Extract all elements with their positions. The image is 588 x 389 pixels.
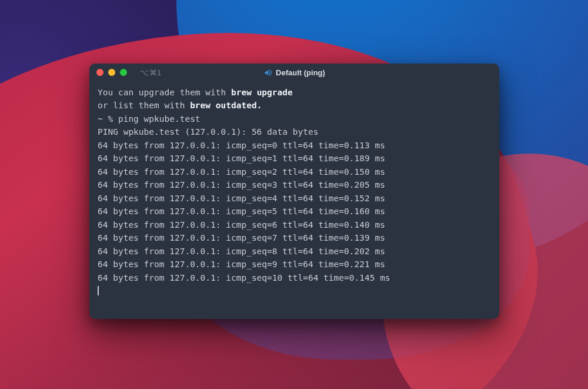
terminal-prompt: ~ % (98, 114, 118, 124)
terminal-line: 64 bytes from 127.0.0.1: icmp_seq=4 ttl=… (98, 192, 491, 205)
terminal-window[interactable]: ⌥⌘1 Default (ping) You can upgrade them … (89, 64, 499, 319)
terminal-line: 64 bytes from 127.0.0.1: icmp_seq=2 ttl=… (98, 165, 491, 178)
terminal-output[interactable]: You can upgrade them with brew upgradeor… (89, 81, 499, 319)
megaphone-icon (263, 68, 272, 77)
window-title-text: Default (ping) (276, 68, 325, 77)
terminal-line: 64 bytes from 127.0.0.1: icmp_seq=0 ttl=… (98, 139, 491, 152)
terminal-line: 64 bytes from 127.0.0.1: icmp_seq=8 ttl=… (98, 245, 491, 258)
window-titlebar[interactable]: ⌥⌘1 Default (ping) (89, 64, 499, 81)
close-button[interactable] (96, 69, 103, 76)
terminal-text: or list them with (98, 101, 190, 110)
terminal-line: 64 bytes from 127.0.0.1: icmp_seq=9 ttl=… (98, 258, 491, 271)
terminal-cursor-line (98, 284, 491, 297)
terminal-text-bold: brew upgrade (231, 88, 293, 97)
terminal-text: You can upgrade them with (98, 88, 231, 97)
terminal-cursor (98, 286, 99, 295)
terminal-line: 64 bytes from 127.0.0.1: icmp_seq=1 ttl=… (98, 152, 491, 165)
window-title: Default (ping) (263, 68, 325, 77)
terminal-line: PING wpkube.test (127.0.0.1): 56 data by… (98, 125, 491, 138)
minimize-button[interactable] (108, 69, 115, 76)
terminal-prompt-line: ~ % ping wpkube.test (98, 112, 491, 125)
traffic-lights (96, 69, 127, 76)
terminal-line: 64 bytes from 127.0.0.1: icmp_seq=7 ttl=… (98, 231, 491, 244)
terminal-line: You can upgrade them with brew upgrade (98, 86, 491, 99)
terminal-text-bold: brew outdated. (190, 101, 262, 110)
terminal-command: ping wpkube.test (118, 114, 201, 124)
terminal-line: 64 bytes from 127.0.0.1: icmp_seq=10 ttl… (98, 271, 491, 284)
tab-shortcut-indicator: ⌥⌘1 (140, 68, 162, 77)
terminal-line: 64 bytes from 127.0.0.1: icmp_seq=3 ttl=… (98, 178, 491, 191)
terminal-line: 64 bytes from 127.0.0.1: icmp_seq=6 ttl=… (98, 218, 491, 231)
maximize-button[interactable] (120, 69, 127, 76)
terminal-line: 64 bytes from 127.0.0.1: icmp_seq=5 ttl=… (98, 205, 491, 218)
terminal-line: or list them with brew outdated. (98, 99, 491, 112)
